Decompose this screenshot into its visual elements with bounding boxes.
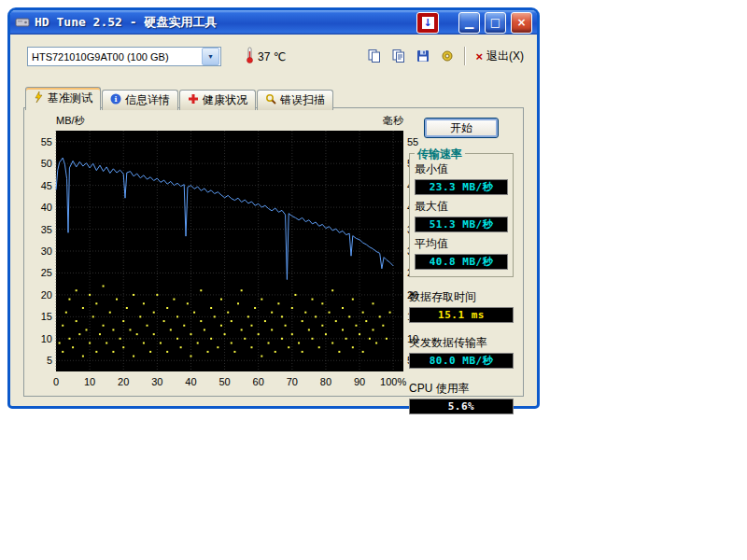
- svg-text:毫秒: 毫秒: [383, 115, 404, 126]
- maximize-button[interactable]: □: [485, 12, 506, 34]
- tab-bar: 基准测试 i 信息详情 健康状况 错误扫描: [25, 87, 333, 110]
- drive-selector-value: HTS721010G9AT00 (100 GB): [28, 51, 201, 63]
- tab-health-label: 健康状况: [203, 92, 247, 108]
- svg-text:55: 55: [41, 136, 52, 147]
- minimize-button[interactable]: ▁: [458, 12, 480, 34]
- avg-value: 40.8 MB/秒: [415, 254, 508, 270]
- app-icon[interactable]: [15, 15, 30, 30]
- svg-text:20: 20: [41, 289, 52, 301]
- svg-text:15: 15: [41, 311, 52, 322]
- min-label: 最小值: [415, 161, 508, 177]
- title-bar[interactable]: HD Tune 2.52 - 硬盘实用工具 ↓ ▁ □ ×: [10, 10, 537, 35]
- toolbar-separator: [464, 47, 465, 65]
- thermometer-icon: [246, 47, 254, 66]
- tab-benchmark-label: 基准测试: [48, 91, 92, 106]
- svg-text:20: 20: [118, 376, 129, 387]
- tab-error-scan-label: 错误扫描: [280, 92, 325, 108]
- magnifier-icon: [265, 93, 276, 107]
- benchmark-chart: 5510101515202025253030353540404545505055…: [32, 114, 435, 396]
- svg-text:60: 60: [253, 376, 264, 387]
- window-title: HD Tune 2.52 - 硬盘实用工具: [35, 14, 412, 31]
- start-button[interactable]: 开始: [424, 118, 499, 138]
- benchmark-page: 5510101515202025253030353540404545505055…: [23, 107, 524, 397]
- tab-info-label: 信息详情: [125, 92, 170, 108]
- info-icon: i: [110, 93, 121, 107]
- avg-label: 平均值: [415, 236, 508, 252]
- tab-health[interactable]: 健康状况: [179, 90, 256, 110]
- close-button[interactable]: ×: [511, 12, 532, 34]
- min-value: 23.3 MB/秒: [415, 179, 508, 195]
- cpu-usage-label: CPU 使用率: [409, 381, 514, 397]
- down-arrow-icon: ↓: [422, 17, 434, 29]
- svg-text:10: 10: [84, 376, 95, 387]
- max-label: 最大值: [415, 199, 508, 215]
- tab-error-scan[interactable]: 错误扫描: [257, 90, 333, 110]
- access-time-label: 数据存取时间: [409, 289, 514, 305]
- chevron-down-icon[interactable]: ▼: [202, 48, 219, 65]
- temperature-indicator: 37 ℃: [246, 47, 286, 66]
- svg-text:10: 10: [41, 333, 52, 344]
- copy-text-button[interactable]: [388, 46, 409, 66]
- toolbar-buttons: × 退出(X): [363, 46, 528, 66]
- burst-rate-label: 突发数据传输率: [409, 335, 514, 351]
- save-button[interactable]: [412, 46, 433, 66]
- benchmark-icon: [34, 91, 44, 105]
- svg-text:30: 30: [151, 376, 162, 387]
- tab-benchmark[interactable]: 基准测试: [25, 87, 101, 110]
- svg-text:5: 5: [47, 355, 52, 366]
- svg-text:80: 80: [320, 376, 331, 387]
- svg-text:50: 50: [218, 376, 230, 387]
- toolbar: HTS721010G9AT00 (100 GB) ▼ 37 ℃: [10, 38, 537, 74]
- svg-text:30: 30: [41, 245, 52, 257]
- svg-text:35: 35: [41, 224, 52, 235]
- svg-text:70: 70: [287, 376, 298, 387]
- cpu-usage-value: 5.6%: [409, 399, 514, 414]
- svg-text:25: 25: [41, 267, 52, 278]
- temperature-value: 37 ℃: [258, 50, 286, 63]
- settings-button[interactable]: [436, 46, 458, 66]
- svg-text:MB/秒: MB/秒: [56, 115, 86, 126]
- access-time-value: 15.1 ms: [409, 307, 514, 323]
- svg-text:40: 40: [185, 376, 196, 387]
- svg-text:90: 90: [354, 376, 365, 387]
- svg-text:0: 0: [53, 376, 59, 387]
- tab-info[interactable]: i 信息详情: [102, 90, 178, 110]
- exit-label: 退出(X): [486, 49, 524, 64]
- burst-rate-value: 80.0 MB/秒: [409, 353, 514, 369]
- transfer-rate-group: 传输速率 最小值 23.3 MB/秒 最大值 51.3 MB/秒 平均值 40.…: [409, 153, 514, 277]
- svg-text:40: 40: [41, 202, 52, 213]
- copy-screenshot-button[interactable]: [363, 46, 385, 66]
- download-overlay-button[interactable]: ↓: [416, 12, 439, 34]
- health-cross-icon: [188, 93, 199, 107]
- transfer-rate-group-label: 传输速率: [415, 147, 465, 162]
- svg-text:i: i: [114, 94, 117, 104]
- exit-icon: ×: [475, 50, 483, 63]
- hd-tune-window: HD Tune 2.52 - 硬盘实用工具 ↓ ▁ □ × HTS721010G…: [7, 7, 540, 409]
- exit-button[interactable]: × 退出(X): [472, 47, 528, 66]
- svg-text:50: 50: [41, 158, 52, 169]
- drive-selector[interactable]: HTS721010G9AT00 (100 GB) ▼: [27, 47, 221, 66]
- svg-text:100%: 100%: [380, 376, 406, 387]
- svg-text:45: 45: [41, 180, 52, 191]
- results-panel: 开始 传输速率 最小值 23.3 MB/秒 最大值 51.3 MB/秒 平均值 …: [409, 116, 514, 414]
- max-value: 51.3 MB/秒: [415, 217, 508, 232]
